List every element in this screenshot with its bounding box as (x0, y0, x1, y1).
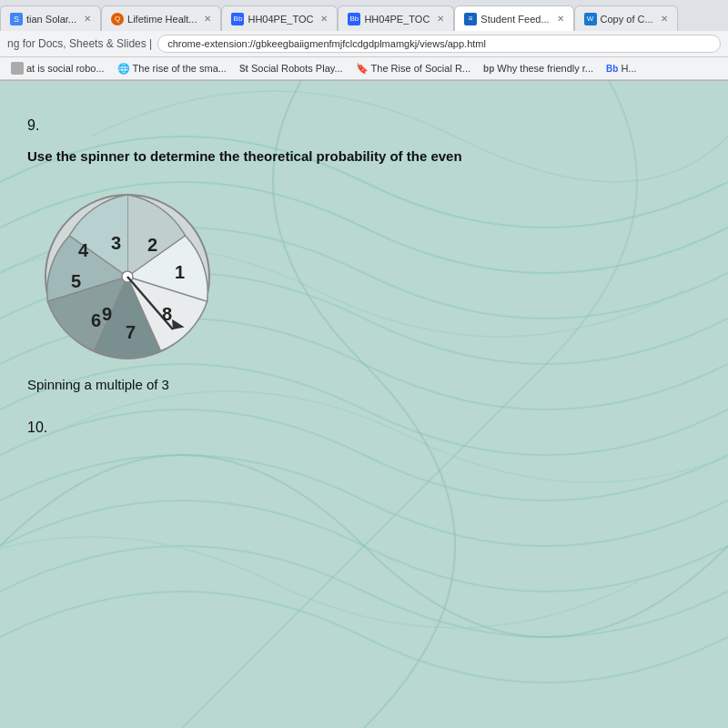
tab-3[interactable]: Bb HH04PE_TOC ✕ (338, 5, 454, 31)
svg-text:2: 2 (147, 235, 157, 255)
tab-3-icon: Bb (348, 13, 360, 25)
question-9-text: Use the spinner to determine the theoret… (27, 147, 701, 166)
bookmark-1[interactable]: 🌐 The rise of the sma... (114, 61, 230, 76)
tab-1-label: Lifetime Healt... (127, 14, 197, 25)
bookmark-1-icon: 🌐 (117, 63, 130, 75)
tab-4-icon: ≡ (464, 13, 477, 25)
svg-text:7: 7 (126, 322, 136, 342)
address-prefix: ng for Docs, Sheets & Slides | (7, 37, 152, 50)
question-9-number: 9. (27, 117, 701, 134)
tab-1-close[interactable]: ✕ (204, 14, 211, 24)
content-area: 9. Use the spinner to determine the theo… (0, 81, 728, 454)
tab-2-icon: Bb (231, 13, 244, 25)
bookmark-0-label: at is social robo... (26, 63, 105, 74)
bookmark-4[interactable]: bp Why these friendly r... (480, 61, 597, 76)
svg-text:9: 9 (102, 304, 112, 324)
spinner-svg: 3 2 1 8 7 6 9 5 4 (36, 186, 218, 368)
tab-bar: S tian Solar... ✕ Q Lifetime Healt... ✕ … (0, 0, 728, 31)
address-bar-row: ng for Docs, Sheets & Slides | chrome-ex… (0, 31, 728, 57)
tab-0-close[interactable]: ✕ (84, 14, 91, 24)
bookmark-0-icon (11, 62, 24, 75)
tab-4[interactable]: ≡ Student Feed... ✕ (454, 5, 573, 31)
bookmarks-bar: at is social robo... 🌐 The rise of the s… (0, 57, 728, 80)
tab-5-icon: W (584, 13, 597, 25)
address-text: chrome-extension://gbkeegbaiigmenfmjfclc… (167, 38, 486, 49)
bookmark-2-icon: St (239, 64, 248, 74)
tab-2[interactable]: Bb HH04PE_TOC ✕ (221, 5, 338, 31)
tab-5-label: Copy of C... (601, 14, 653, 25)
bookmark-5-label: H... (621, 63, 636, 74)
svg-text:8: 8 (162, 304, 172, 324)
bookmark-5[interactable]: Bb H... (602, 61, 640, 76)
spinner-container: 3 2 1 8 7 6 9 5 4 (36, 186, 701, 368)
tab-2-close[interactable]: ✕ (320, 14, 328, 24)
bookmark-3-icon: 🔖 (356, 63, 369, 75)
bookmark-4-label: Why these friendly r... (497, 63, 593, 74)
svg-text:5: 5 (71, 271, 81, 291)
tab-5[interactable]: W Copy of C... ✕ (574, 5, 678, 31)
tab-1-icon: Q (111, 13, 124, 25)
tab-0-label: tian Solar... (26, 14, 76, 25)
bookmark-3[interactable]: 🔖 The Rise of Social R... (352, 61, 474, 76)
tab-1[interactable]: Q Lifetime Healt... ✕ (101, 5, 221, 31)
tab-4-close[interactable]: ✕ (557, 14, 564, 24)
bookmark-0[interactable]: at is social robo... (7, 60, 108, 76)
tab-5-close[interactable]: ✕ (661, 14, 668, 24)
bookmark-3-label: The Rise of Social R... (371, 63, 470, 74)
tab-4-label: Student Feed... (480, 14, 549, 25)
tab-3-label: HH04PE_TOC (364, 14, 430, 25)
svg-text:4: 4 (78, 240, 89, 260)
bookmark-5-icon: Bb (606, 64, 618, 74)
spinner-label: Spinning a multiple of 3 (27, 377, 701, 392)
question-10-number: 10. (27, 420, 701, 436)
bookmark-4-icon: bp (483, 64, 494, 74)
tab-0-icon: S (10, 13, 23, 25)
tab-2-label: HH04PE_TOC (248, 14, 313, 25)
tab-0[interactable]: S tian Solar... ✕ (0, 5, 101, 31)
svg-text:3: 3 (111, 233, 121, 253)
bookmark-1-label: The rise of the sma... (133, 63, 227, 74)
browser-chrome: S tian Solar... ✕ Q Lifetime Healt... ✕ … (0, 0, 728, 81)
bookmark-2-label: Social Robots Play... (251, 63, 343, 74)
address-bar[interactable]: chrome-extension://gbkeegbaiigmenfmjfclc… (157, 35, 721, 53)
svg-text:1: 1 (175, 262, 185, 282)
bookmark-2[interactable]: St Social Robots Play... (236, 61, 347, 76)
svg-text:6: 6 (91, 310, 101, 330)
tab-3-close[interactable]: ✕ (437, 14, 444, 24)
